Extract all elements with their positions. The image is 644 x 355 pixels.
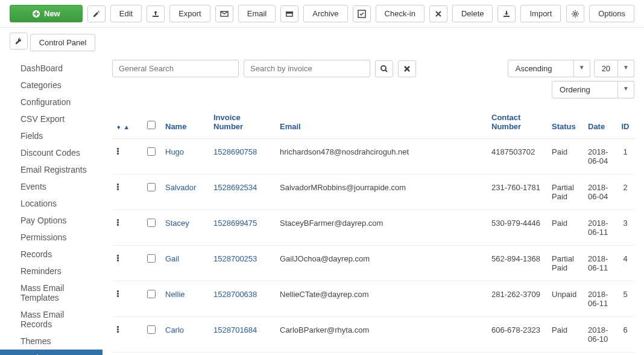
sidebar-item-locations[interactable]: Locations (0, 195, 103, 212)
svg-point-9 (574, 13, 576, 15)
checkin-icon-button[interactable] (353, 5, 371, 22)
cell-invoice[interactable]: 1528702020 (209, 353, 275, 356)
sidebar-item-categories[interactable]: Categories (0, 77, 103, 94)
archive-button[interactable]: Archive (303, 5, 347, 22)
row-actions-kebab[interactable] (117, 147, 119, 155)
row-actions-kebab[interactable] (117, 290, 119, 298)
row-select-checkbox[interactable] (147, 290, 156, 298)
cell-invoice[interactable]: 1528700638 (209, 281, 275, 317)
main-area: DashBoardCategoriesConfigurationCSV Expo… (0, 56, 644, 355)
sidebar-item-invoices[interactable]: Invoices (0, 350, 103, 355)
checkin-button[interactable]: Check-in (376, 5, 425, 22)
table-row: Carlo1528701684CarloBParker@rhyta.com606… (112, 317, 634, 353)
delete-button[interactable]: Delete (452, 5, 493, 22)
edit-button[interactable]: Edit (110, 5, 142, 22)
cell-status: Unpaid (547, 281, 583, 317)
sidebar-item-pay-options[interactable]: Pay Options (0, 212, 103, 229)
row-actions-kebab[interactable] (117, 325, 119, 333)
new-button[interactable]: New (10, 5, 83, 22)
gear-icon (571, 10, 579, 18)
cell-name[interactable]: Stacey (160, 210, 209, 246)
cell-id: 7 (616, 353, 634, 356)
delete-icon-button[interactable] (429, 5, 447, 22)
sidebar-item-csv-export[interactable]: CSV Export (0, 110, 103, 127)
sidebar-item-records[interactable]: Records (0, 246, 103, 263)
options-icon-button[interactable] (566, 5, 584, 22)
control-panel-button[interactable]: Control Panel (30, 34, 96, 51)
archive-label: Archive (312, 9, 338, 18)
cell-name[interactable]: Nellie (160, 281, 209, 317)
invoice-search-input[interactable] (244, 60, 370, 77)
sidebar-item-fields[interactable]: Fields (0, 127, 103, 144)
cell-name[interactable]: Hugo (160, 139, 209, 174)
sort-direction-select[interactable]: Ascending ▼ (508, 60, 590, 77)
cell-id: 1 (616, 139, 634, 174)
sidebar-item-email-registrants[interactable]: Email Registrants (0, 161, 103, 178)
sort-handle-icon[interactable]: ♦ ▴ (117, 123, 130, 130)
sidebar-item-events[interactable]: Events (0, 178, 103, 195)
chevron-down-icon: ▼ (618, 81, 634, 98)
upload-icon (151, 10, 160, 18)
row-select-checkbox[interactable] (147, 325, 156, 334)
row-select-checkbox[interactable] (147, 183, 156, 191)
col-name[interactable]: Name (160, 106, 209, 139)
import-button[interactable]: Import (520, 5, 561, 22)
control-panel-icon-button[interactable] (10, 33, 28, 50)
sidebar-item-permissions[interactable]: Permissions (0, 229, 103, 246)
general-search-input[interactable] (112, 60, 239, 77)
sidebar-item-mass-email-records[interactable]: Mass Email Records (0, 306, 103, 333)
export-icon-button[interactable] (147, 5, 165, 22)
cell-name[interactable]: Dottie (160, 353, 209, 356)
row-actions-kebab[interactable] (117, 219, 119, 226)
cell-name[interactable]: Salvador (160, 174, 209, 210)
cell-id: 4 (616, 246, 634, 281)
cell-invoice[interactable]: 1528699475 (209, 210, 275, 246)
import-icon-button[interactable] (497, 5, 516, 22)
col-status[interactable]: Status (547, 106, 583, 139)
sidebar-item-mass-email-templates[interactable]: Mass Email Templates (0, 280, 103, 306)
sidebar-item-dashboard[interactable]: DashBoard (0, 60, 103, 77)
sidebar-item-reminders[interactable]: Reminders (0, 263, 103, 280)
cell-invoice[interactable]: 1528690758 (209, 139, 275, 174)
cell-invoice[interactable]: 1528701684 (209, 317, 275, 353)
cell-id: 5 (616, 281, 634, 317)
col-date[interactable]: Date (583, 106, 616, 139)
cell-contact: 281-262-3709 (487, 281, 547, 317)
email-icon-button[interactable] (215, 5, 233, 22)
col-invoice[interactable]: Invoice Number (209, 106, 275, 139)
table-row: Dottie1528702020DottieCEng@armyspy.com90… (112, 353, 634, 356)
search-button[interactable] (375, 60, 393, 77)
export-button[interactable]: Export (169, 5, 210, 22)
sidebar-item-configuration[interactable]: Configuration (0, 94, 103, 110)
cell-email: DottieCEng@armyspy.com (275, 353, 487, 356)
row-select-checkbox[interactable] (147, 254, 156, 263)
archive-icon-button[interactable] (280, 5, 298, 22)
cell-invoice[interactable]: 1528692534 (209, 174, 275, 210)
ordering-select[interactable]: Ordering ▼ (552, 81, 634, 98)
row-actions-kebab[interactable] (117, 254, 119, 262)
select-all-checkbox[interactable] (147, 121, 156, 129)
sidebar-item-discount-codes[interactable]: Discount Codes (0, 144, 103, 161)
svg-point-10 (381, 66, 386, 71)
col-email[interactable]: Email (275, 106, 487, 139)
col-id[interactable]: ID (616, 106, 634, 139)
cell-name[interactable]: Gail (160, 246, 209, 281)
cell-invoice[interactable]: 1528700253 (209, 246, 275, 281)
clear-search-button[interactable] (398, 60, 416, 77)
row-actions-kebab[interactable] (117, 183, 119, 191)
cell-id: 2 (616, 174, 634, 210)
svg-rect-6 (286, 13, 292, 16)
edit-icon-button[interactable] (87, 5, 106, 22)
col-contact[interactable]: Contact Number (487, 106, 547, 139)
email-button[interactable]: Email (238, 5, 276, 22)
cell-id: 6 (616, 317, 634, 353)
sidebar-item-themes[interactable]: Themes (0, 333, 103, 350)
svg-rect-8 (504, 16, 510, 17)
checkin-label: Check-in (385, 9, 415, 18)
cell-name[interactable]: Carlo (160, 317, 209, 353)
row-select-checkbox[interactable] (147, 147, 156, 156)
row-select-checkbox[interactable] (147, 219, 156, 227)
table-row: Gail1528700253GailJOchoa@dayrep.com562-8… (112, 246, 634, 281)
options-button[interactable]: Options (589, 5, 634, 22)
page-size-select[interactable]: 20 ▼ (594, 60, 634, 77)
